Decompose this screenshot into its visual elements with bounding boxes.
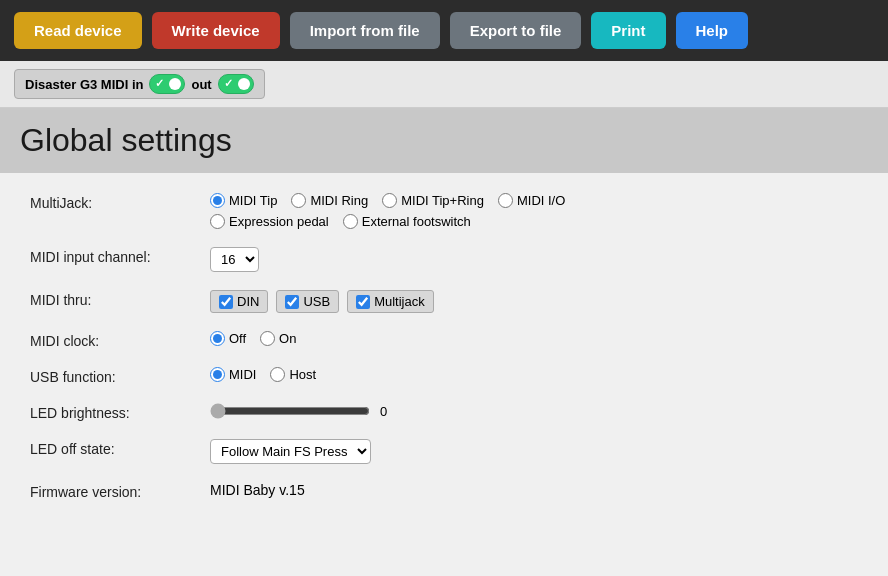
midi-in-toggle[interactable]: ✓ — [149, 74, 185, 94]
led-brightness-row: LED brightness: 0 — [30, 403, 858, 421]
midi-clock-off[interactable]: Off — [210, 331, 246, 346]
led-brightness-value: 0 — [380, 404, 387, 419]
out-label: out — [191, 77, 211, 92]
multijack-midi-io[interactable]: MIDI I/O — [498, 193, 565, 208]
write-device-button[interactable]: Write device — [152, 12, 280, 49]
firmware-version-row: Firmware version: MIDI Baby v.15 — [30, 482, 858, 500]
firmware-version-value: MIDI Baby v.15 — [210, 482, 305, 498]
midi-input-channel-label: MIDI input channel: — [30, 247, 190, 265]
led-off-state-controls: Follow Main FS Press Always Off Always O… — [210, 439, 371, 464]
usb-function-label: USB function: — [30, 367, 190, 385]
led-off-state-select[interactable]: Follow Main FS Press Always Off Always O… — [210, 439, 371, 464]
multijack-midi-ring[interactable]: MIDI Ring — [291, 193, 368, 208]
device-name: Disaster G3 MIDI in — [25, 77, 143, 92]
midi-out-toggle[interactable]: ✓ — [218, 74, 254, 94]
toolbar: Read device Write device Import from fil… — [0, 0, 888, 61]
multijack-midi-tip[interactable]: MIDI Tip — [210, 193, 277, 208]
multijack-controls: MIDI Tip MIDI Ring MIDI Tip+Ring MIDI I/… — [210, 193, 565, 229]
midi-thru-din[interactable]: DIN — [210, 290, 268, 313]
midi-input-channel-controls: 1234 5678 9101112 13141516 — [210, 247, 259, 272]
device-bar: Disaster G3 MIDI in ✓ out ✓ — [0, 61, 888, 108]
led-brightness-slider[interactable] — [210, 403, 370, 419]
led-brightness-label: LED brightness: — [30, 403, 190, 421]
multijack-expression-pedal[interactable]: Expression pedal — [210, 214, 329, 229]
led-brightness-controls: 0 — [210, 403, 387, 419]
midi-clock-controls: Off On — [210, 331, 296, 346]
page-title: Global settings — [20, 122, 868, 159]
multijack-row1: MIDI Tip MIDI Ring MIDI Tip+Ring MIDI I/… — [210, 193, 565, 208]
firmware-version-label: Firmware version: — [30, 482, 190, 500]
led-off-state-label: LED off state: — [30, 439, 190, 457]
multijack-row: MultiJack: MIDI Tip MIDI Ring MIDI Tip+R… — [30, 193, 858, 229]
usb-function-host[interactable]: Host — [270, 367, 316, 382]
multijack-label: MultiJack: — [30, 193, 190, 211]
usb-function-midi[interactable]: MIDI — [210, 367, 256, 382]
help-button[interactable]: Help — [676, 12, 749, 49]
midi-clock-row: MIDI clock: Off On — [30, 331, 858, 349]
midi-clock-label: MIDI clock: — [30, 331, 190, 349]
led-off-state-row: LED off state: Follow Main FS Press Alwa… — [30, 439, 858, 464]
read-device-button[interactable]: Read device — [14, 12, 142, 49]
import-from-file-button[interactable]: Import from file — [290, 12, 440, 49]
section-header: Global settings — [0, 108, 888, 173]
print-button[interactable]: Print — [591, 12, 665, 49]
midi-input-channel-row: MIDI input channel: 1234 5678 9101112 13… — [30, 247, 858, 272]
midi-thru-label: MIDI thru: — [30, 290, 190, 308]
multijack-midi-tip-ring[interactable]: MIDI Tip+Ring — [382, 193, 484, 208]
export-to-file-button[interactable]: Export to file — [450, 12, 582, 49]
main-content: Global settings MultiJack: MIDI Tip MIDI… — [0, 108, 888, 538]
usb-function-row: USB function: MIDI Host — [30, 367, 858, 385]
settings-body: MultiJack: MIDI Tip MIDI Ring MIDI Tip+R… — [0, 173, 888, 538]
usb-function-controls: MIDI Host — [210, 367, 316, 382]
midi-thru-controls: DIN USB Multijack — [210, 290, 434, 313]
multijack-row2: Expression pedal External footswitch — [210, 214, 565, 229]
midi-clock-on[interactable]: On — [260, 331, 296, 346]
midi-thru-multijack[interactable]: Multijack — [347, 290, 434, 313]
midi-input-channel-select[interactable]: 1234 5678 9101112 13141516 — [210, 247, 259, 272]
midi-thru-usb[interactable]: USB — [276, 290, 339, 313]
midi-thru-row: MIDI thru: DIN USB Multijack — [30, 290, 858, 313]
device-status: Disaster G3 MIDI in ✓ out ✓ — [14, 69, 265, 99]
multijack-external-footswitch[interactable]: External footswitch — [343, 214, 471, 229]
